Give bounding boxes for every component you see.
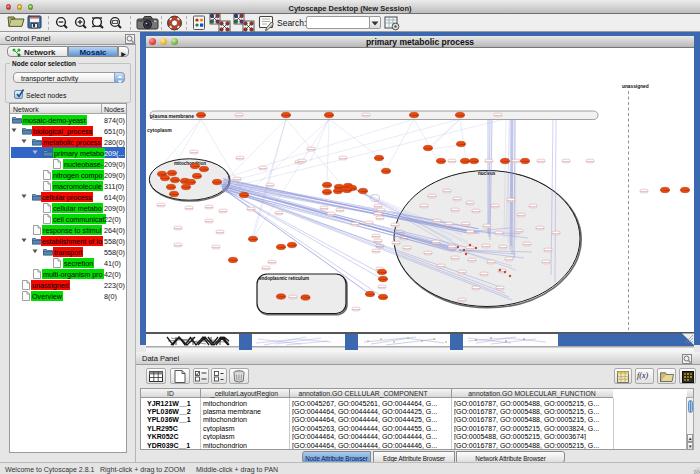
svg-text:GO:nnn: GO:nnn	[437, 265, 445, 267]
svg-text:YALnnn: YALnnn	[323, 184, 332, 187]
svg-text:GO:nnn: GO:nnn	[542, 261, 550, 263]
svg-text:GO:nnn: GO:nnn	[298, 160, 306, 162]
svg-text:GO:nnn: GO:nnn	[536, 227, 544, 229]
svg-text:endoplasmic reticulum: endoplasmic reticulum	[259, 276, 309, 281]
svg-text:GO:nnn: GO:nnn	[392, 242, 400, 244]
svg-text:GO:nnn: GO:nnn	[336, 209, 344, 211]
svg-text:YALnnn: YALnnn	[191, 165, 200, 168]
svg-text:GO:nnn: GO:nnn	[235, 114, 243, 116]
svg-text:GO:nnn: GO:nnn	[487, 261, 495, 263]
svg-text:GO:nnn: GO:nnn	[174, 227, 182, 229]
svg-text:GO:nnn: GO:nnn	[432, 241, 440, 243]
svg-text:YALnnn: YALnnn	[366, 293, 375, 296]
svg-text:GO:nnn: GO:nnn	[445, 223, 453, 225]
svg-text:YALnnn: YALnnn	[182, 186, 191, 189]
svg-text:YALnnn: YALnnn	[249, 238, 258, 241]
svg-text:GO:nnn: GO:nnn	[453, 198, 461, 200]
svg-text:YALnnn: YALnnn	[282, 114, 291, 117]
svg-text:GO:nnn: GO:nnn	[640, 190, 648, 192]
svg-text:GO:nnn: GO:nnn	[529, 205, 537, 207]
svg-text:YALnnn: YALnnn	[170, 193, 179, 196]
svg-text:GO:nnn: GO:nnn	[351, 223, 359, 225]
svg-text:YALnnn: YALnnn	[213, 181, 222, 184]
svg-text:YALnnn: YALnnn	[375, 157, 384, 160]
svg-text:GO:nnn: GO:nnn	[451, 209, 459, 211]
svg-text:GO:nnn: GO:nnn	[374, 240, 382, 242]
svg-text:YALnnn: YALnnn	[457, 143, 466, 146]
svg-text:GO:nnn: GO:nnn	[483, 225, 491, 227]
svg-text:GO:nnn: GO:nnn	[466, 231, 474, 233]
svg-text:GO:nnn: GO:nnn	[339, 157, 347, 159]
svg-text:GO:nnn: GO:nnn	[289, 296, 297, 298]
svg-text:YALnnn: YALnnn	[187, 181, 196, 184]
svg-text:GO:nnn: GO:nnn	[485, 160, 493, 162]
svg-text:YALnnn: YALnnn	[379, 296, 388, 299]
svg-text:GO:nnn: GO:nnn	[374, 213, 382, 215]
svg-text:GO:nnn: GO:nnn	[499, 246, 507, 248]
svg-text:GO:nnn: GO:nnn	[443, 190, 451, 192]
svg-text:YALnnn: YALnnn	[325, 114, 334, 117]
svg-text:GO:nnn: GO:nnn	[266, 184, 274, 186]
svg-text:GO:nnn: GO:nnn	[523, 243, 531, 245]
svg-text:GO:nnn: GO:nnn	[505, 258, 513, 260]
svg-text:YALnnn: YALnnn	[301, 296, 310, 299]
svg-text:GO:nnn: GO:nnn	[433, 220, 441, 222]
svg-text:GO:nnn: GO:nnn	[157, 204, 165, 206]
svg-text:GO:nnn: GO:nnn	[515, 230, 523, 232]
svg-text:GO:nnn: GO:nnn	[496, 287, 504, 289]
svg-text:YALnnn: YALnnn	[171, 179, 180, 182]
svg-text:GO:nnn: GO:nnn	[517, 214, 525, 216]
svg-text:GO:nnn: GO:nnn	[307, 148, 315, 150]
svg-text:GO:nnn: GO:nnn	[212, 246, 220, 248]
svg-text:YALnnn: YALnnn	[229, 259, 238, 262]
svg-text:GO:nnn: GO:nnn	[219, 210, 227, 212]
svg-text:GO:nnn: GO:nnn	[377, 209, 385, 211]
svg-text:unassigned: unassigned	[622, 84, 649, 89]
svg-text:GO:nnn: GO:nnn	[233, 178, 241, 180]
svg-text:GO:nnn: GO:nnn	[205, 220, 213, 222]
svg-text:GO:nnn: GO:nnn	[491, 205, 499, 207]
svg-text:GO:nnn: GO:nnn	[451, 257, 459, 259]
svg-text:YALnnn: YALnnn	[661, 189, 670, 192]
svg-text:GO:nnn: GO:nnn	[512, 160, 520, 162]
svg-text:cytoplasm: cytoplasm	[147, 127, 172, 133]
svg-text:GO:nnn: GO:nnn	[327, 213, 335, 215]
svg-text:GO:nnn: GO:nnn	[458, 271, 466, 273]
svg-text:YALnnn: YALnnn	[240, 194, 249, 197]
svg-text:GO:nnn: GO:nnn	[259, 167, 267, 169]
svg-text:GO:nnn: GO:nnn	[320, 207, 328, 209]
svg-text:GO:nnn: GO:nnn	[247, 208, 255, 210]
svg-text:GO:nnn: GO:nnn	[586, 160, 594, 162]
svg-text:GO:nnn: GO:nnn	[448, 160, 456, 162]
svg-text:GO:nnn: GO:nnn	[462, 223, 470, 225]
svg-text:GO:nnn: GO:nnn	[378, 286, 386, 288]
svg-text:GO:nnn: GO:nnn	[185, 207, 193, 209]
svg-text:YALnnn: YALnnn	[501, 160, 510, 163]
svg-text:GO:nnn: GO:nnn	[495, 232, 503, 234]
svg-text:GO:nnn: GO:nnn	[205, 206, 213, 208]
svg-text:GO:nnn: GO:nnn	[424, 252, 432, 254]
svg-text:YALnnn: YALnnn	[378, 271, 387, 274]
svg-text:YALnnn: YALnnn	[200, 168, 209, 171]
svg-text:YALnnn: YALnnn	[193, 175, 202, 178]
svg-text:GO:nnn: GO:nnn	[262, 267, 270, 269]
svg-text:GO:nnn: GO:nnn	[365, 222, 373, 224]
svg-text:YALnnn: YALnnn	[470, 160, 479, 163]
svg-text:YALnnn: YALnnn	[277, 246, 286, 249]
svg-text:GO:nnn: GO:nnn	[216, 231, 224, 233]
svg-text:YALnnn: YALnnn	[334, 190, 343, 193]
svg-text:YALnnn: YALnnn	[681, 189, 690, 192]
svg-text:YALnnn: YALnnn	[461, 160, 470, 163]
svg-text:GO:nnn: GO:nnn	[275, 212, 283, 214]
svg-text:nucleus: nucleus	[478, 171, 496, 176]
svg-text:YALnnn: YALnnn	[437, 160, 446, 163]
svg-text:YALnnn: YALnnn	[167, 186, 176, 189]
svg-text:YALnnn: YALnnn	[379, 278, 388, 281]
svg-text:GO:nnn: GO:nnn	[552, 232, 560, 234]
svg-text:YALnnn: YALnnn	[521, 160, 530, 163]
svg-text:GO:nnn: GO:nnn	[372, 235, 380, 237]
svg-text:GO:nnn: GO:nnn	[482, 245, 490, 247]
svg-text:YALnnn: YALnnn	[382, 170, 391, 173]
svg-text:GO:nnn: GO:nnn	[376, 217, 384, 219]
svg-text:GO:nnn: GO:nnn	[458, 299, 466, 301]
